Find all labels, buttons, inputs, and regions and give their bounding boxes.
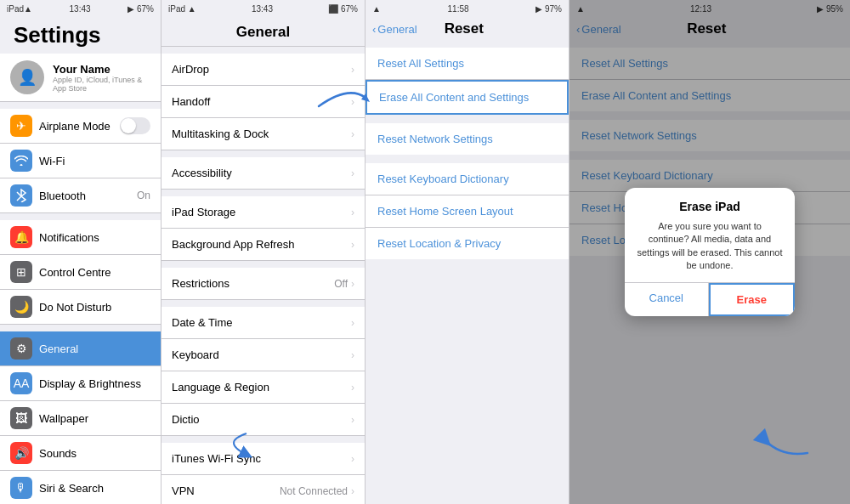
chevron-handoff: › [351, 96, 354, 108]
status-bar-2: ▲ 11:58 ▶ 97% [366, 0, 569, 17]
vpn-value: Not Connected [280, 485, 348, 497]
dialog-overlay: Erase iPad Are you sure you want to cont… [570, 0, 850, 504]
general-item-language[interactable]: Language & Region › [162, 371, 365, 404]
sidebar-item-bluetooth[interactable]: Bluetooth On [0, 178, 161, 213]
profile-row[interactable]: 👤 Your Name Apple ID, iCloud, iTunes & A… [0, 54, 161, 102]
display-icon: AA [10, 372, 32, 394]
sg5 [162, 300, 365, 307]
general-item-accessibility[interactable]: Accessibility › [162, 157, 365, 190]
reset-panel: ▲ 11:58 ▶ 97% ‹ General Reset Reset All … [366, 0, 570, 504]
settings-list: ✈ Airplane Mode Wi-Fi [0, 109, 161, 504]
siri-icon: 🎙 [10, 477, 32, 499]
general-panel: iPad ▲ 13:43 ⬛ 67% General AirDrop › Han… [162, 0, 366, 504]
general-item-airdrop[interactable]: AirDrop › [162, 54, 365, 86]
section-gap-1 [0, 213, 161, 220]
sg4 [162, 261, 365, 268]
status-bar-1r: iPad ▲ 13:43 ⬛ 67% [162, 0, 365, 17]
general-item-vpn[interactable]: VPN Not Connected › [162, 475, 365, 504]
sidebar-item-sounds[interactable]: 🔊 Sounds [0, 436, 161, 471]
restrictions-value: Off [334, 278, 348, 290]
sidebar-item-wallpaper[interactable]: 🖼 Wallpaper [0, 401, 161, 436]
sidebar-label-wifi: Wi-Fi [39, 155, 150, 167]
general-item-handoff[interactable]: Handoff › [162, 86, 365, 118]
sidebar-label-bluetooth: Bluetooth [39, 190, 130, 202]
donotdisturb-icon: 🌙 [10, 296, 32, 318]
reset-item-allsettings[interactable]: Reset All Settings [366, 48, 569, 80]
general-item-dictio[interactable]: Dictio › [162, 404, 365, 436]
settings-panel: iPad ▲ 13:43 ▶ 67% Settings 👤 Your Name … [0, 0, 162, 504]
chevron-datetime: › [351, 317, 354, 329]
reset-section-3: Reset Keyboard Dictionary Reset Home Scr… [366, 163, 569, 259]
gi-label-storage: iPad Storage [172, 206, 351, 218]
sidebar-label-control: Control Centre [39, 266, 150, 279]
cancel-button[interactable]: Cancel [625, 283, 709, 316]
section-gap-2 [0, 325, 161, 331]
general-item-storage[interactable]: iPad Storage › [162, 196, 365, 229]
gi-label-datetime: Date & Time [172, 316, 351, 329]
reset-item-erase[interactable]: Erase All Content and Settings [366, 80, 569, 115]
sounds-icon: 🔊 [10, 442, 32, 464]
control-icon: ⊞ [10, 261, 32, 283]
sidebar-label-display: Display & Brightness [39, 377, 150, 390]
reset-list-2: Reset All Settings Erase All Content and… [366, 48, 569, 261]
chevron-itunessync: › [351, 453, 354, 465]
reset-item-network[interactable]: Reset Network Settings [366, 123, 569, 155]
sidebar-item-siri[interactable]: 🎙 Siri & Search [0, 471, 161, 504]
panel2-nav: ‹ General Reset [366, 17, 569, 41]
general-list: AirDrop › Handoff › Multitasking & Dock … [162, 47, 365, 504]
general-item-keyboard[interactable]: Keyboard › [162, 339, 365, 371]
chevron-multitasking: › [351, 128, 354, 140]
general-item-bgrefresh[interactable]: Background App Refresh › [162, 229, 365, 261]
airplane-toggle[interactable] [120, 117, 150, 134]
sidebar-item-control[interactable]: ⊞ Control Centre [0, 255, 161, 290]
gi-label-bgrefresh: Background App Refresh [172, 238, 351, 251]
battery-1r: ⬛ 67% [328, 4, 358, 14]
erase-dialog: Erase iPad Are you sure you want to cont… [625, 188, 795, 317]
sg1 [162, 47, 365, 54]
panel2-title: Reset [417, 20, 511, 37]
device-2: ▲ [372, 4, 381, 14]
back-btn-2[interactable]: ‹ General [372, 23, 417, 36]
general-item-restrictions[interactable]: Restrictions Off › [162, 268, 365, 300]
chevron-dictio: › [351, 414, 354, 426]
dialog-message: Are you sure you want to continue? All m… [625, 217, 795, 283]
sg2 [162, 150, 365, 157]
chevron-language: › [351, 382, 354, 394]
sidebar-label-sounds: Sounds [39, 447, 150, 460]
sidebar-item-wifi[interactable]: Wi-Fi [0, 144, 161, 178]
sidebar-label-airplane: Airplane Mode [39, 120, 113, 133]
gi-label-language: Language & Region [172, 381, 351, 394]
sidebar-item-donotdisturb[interactable]: 🌙 Do Not Disturb [0, 290, 161, 325]
general-item-multitasking[interactable]: Multitasking & Dock › [162, 118, 365, 150]
time-1r: 13:43 [252, 4, 273, 14]
sg6 [162, 436, 365, 443]
battery-2: ▶ 97% [536, 4, 562, 14]
gi-label-keyboard: Keyboard [172, 348, 351, 361]
wifi-icon [10, 150, 32, 172]
reset-section-2: Reset Network Settings [366, 123, 569, 155]
gi-label-accessibility: Accessibility [172, 167, 351, 179]
reset-item-homescreen[interactable]: Reset Home Screen Layout [366, 195, 569, 228]
reset-item-location[interactable]: Reset Location & Privacy [366, 228, 569, 259]
general-item-datetime[interactable]: Date & Time › [162, 307, 365, 339]
reset-section-1: Reset All Settings Erase All Content and… [366, 48, 569, 115]
profile-name: Your Name [53, 63, 150, 76]
sidebar-label-donotdisturb: Do Not Disturb [39, 301, 150, 314]
gi-label-itunessync: iTunes Wi-Fi Sync [172, 452, 351, 465]
sep-1 [366, 116, 569, 123]
sidebar-item-display[interactable]: AA Display & Brightness [0, 366, 161, 401]
general-title: General [162, 17, 365, 47]
sidebar-item-general[interactable]: ⚙ General [0, 331, 161, 366]
erase-button[interactable]: Erase [709, 283, 796, 316]
chevron-vpn: › [351, 485, 354, 497]
chevron-accessibility: › [351, 167, 354, 179]
status-bar-1: iPad ▲ 13:43 ▶ 67% [0, 0, 161, 17]
sidebar-item-notifications[interactable]: 🔔 Notifications [0, 220, 161, 255]
general-item-itunessync[interactable]: iTunes Wi-Fi Sync › [162, 443, 365, 475]
gi-label-handoff: Handoff [172, 95, 351, 108]
sep-2 [366, 156, 569, 163]
battery-icon-1: ▶ 67% [128, 4, 154, 14]
time-2: 11:58 [448, 4, 469, 14]
reset-item-keyboard[interactable]: Reset Keyboard Dictionary [366, 163, 569, 195]
sidebar-item-airplane[interactable]: ✈ Airplane Mode [0, 109, 161, 144]
